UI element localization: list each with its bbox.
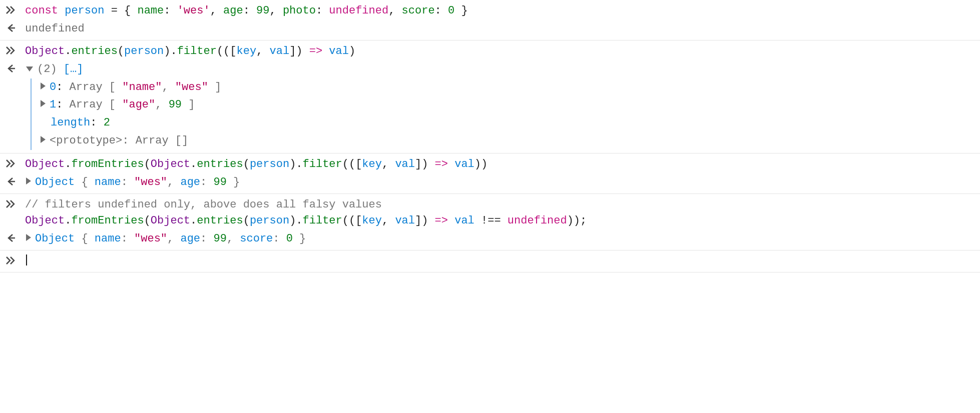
code-token: key: [362, 158, 382, 170]
code-token: 99: [256, 4, 269, 17]
code-token: (: [144, 214, 151, 227]
code-token: key: [362, 214, 382, 227]
code-token: entries: [71, 45, 117, 58]
code-token: [: [355, 214, 362, 227]
code-token: ): [349, 45, 355, 58]
code-token: ((: [342, 158, 355, 170]
code-token: = {: [104, 4, 137, 17]
code-token: val: [454, 214, 474, 227]
code-token: fromEntries: [71, 158, 144, 170]
code-token: ,: [167, 176, 180, 188]
output-arrow-icon: [5, 231, 18, 244]
code-token: .: [65, 214, 71, 227]
chevron-right-icon[interactable]: [41, 136, 46, 143]
code-token: }: [293, 232, 306, 245]
code-token: "wes": [134, 232, 167, 245]
text-cursor-icon: [26, 254, 27, 266]
chevron-right-icon[interactable]: [26, 178, 31, 184]
chevron-right-icon[interactable]: [41, 100, 46, 107]
code-token: undefined: [25, 22, 85, 35]
code-token: 0: [448, 4, 454, 17]
code-token: Object: [151, 158, 190, 170]
object-tree: 0: Array [ "name", "wes" ]1: Array [ "ag…: [31, 78, 975, 150]
code-token: person: [65, 4, 104, 17]
chevron-right-icon[interactable]: [41, 82, 46, 90]
code-token: (: [243, 214, 250, 227]
tree-row[interactable]: <prototype>: Array []: [40, 132, 975, 150]
code-token: age: [180, 232, 200, 245]
code-token: :: [273, 232, 286, 245]
chevron-right-icon[interactable]: [26, 234, 31, 241]
code-token: Object: [25, 158, 65, 170]
code-token: ,: [162, 81, 175, 94]
code-token: Object: [35, 232, 81, 245]
code-token: person: [250, 158, 289, 170]
console-output-value: Object { name: "wes", age: 99 }: [25, 174, 975, 190]
code-token: val: [270, 45, 290, 58]
console-prompt: [5, 252, 975, 270]
input-prompt-icon: [5, 254, 18, 266]
code-token: ,: [155, 98, 168, 111]
code-token: 99: [213, 176, 226, 188]
code-token: score: [240, 232, 273, 245]
console-block: Object.fromEntries(Object.entries(person…: [0, 154, 980, 194]
code-token: ): [421, 214, 434, 227]
code-token: ,: [256, 45, 269, 58]
code-token: =>: [435, 158, 448, 170]
code-token: {: [81, 232, 94, 245]
code-token: .: [65, 158, 71, 170]
code-token: fromEntries: [71, 214, 144, 227]
code-token: 99: [213, 232, 226, 245]
code-token: "wes": [175, 81, 208, 94]
code-token: :: [243, 4, 256, 17]
tree-row[interactable]: 0: Array [ "name", "wes" ]: [40, 78, 975, 96]
code-token: entries: [197, 214, 243, 227]
code-token: Array [: [70, 81, 123, 94]
code-token: =>: [435, 214, 448, 227]
code-token: :: [56, 81, 69, 94]
code-token: :: [200, 176, 213, 188]
code-token: "age": [122, 98, 155, 111]
code-token: :: [164, 4, 177, 17]
console-block: const person = { name: 'wes', age: 99, p…: [0, 0, 980, 40]
code-token: 0: [286, 232, 293, 245]
code-token: val: [395, 158, 415, 170]
code-token: age: [223, 4, 243, 17]
code-token: ).: [289, 158, 302, 170]
code-token: :: [56, 98, 69, 111]
output-arrow-icon: [5, 62, 18, 74]
array-preview-link[interactable]: […]: [64, 63, 84, 76]
code-token: ): [421, 158, 434, 170]
code-token: 1: [50, 98, 56, 111]
code-token: const: [25, 4, 65, 17]
code-token: val: [454, 158, 474, 170]
output-arrow-icon: [5, 174, 18, 187]
console-input-code[interactable]: [25, 254, 975, 270]
code-token: :: [316, 4, 329, 17]
code-token: ,: [167, 232, 180, 245]
tree-row[interactable]: 1: Array [ "age", 99 ]: [40, 96, 975, 114]
code-token: ,: [388, 4, 401, 17]
code-token: person: [250, 214, 289, 227]
code-token: 'wes': [177, 4, 210, 17]
console-input-row: Object.entries(person).filter(([key, val…: [5, 42, 975, 60]
code-token: // filters undefined only, above does al…: [25, 198, 382, 211]
array-summary[interactable]: (2) […]: [25, 62, 975, 78]
code-token: ,: [210, 4, 223, 17]
input-prompt-icon: [5, 3, 18, 16]
console-output-value: Object { name: "wes", age: 99, score: 0 …: [25, 231, 975, 247]
code-token: !==: [474, 214, 508, 227]
code-token: :: [121, 176, 134, 188]
code-token: undefined: [508, 214, 567, 227]
code-token: }: [454, 4, 467, 17]
console-input-code: // filters undefined only, above does al…: [25, 197, 975, 229]
code-token: person: [124, 45, 164, 58]
console-output-value: (2) […]0: Array [ "name", "wes" ]1: Arra…: [25, 62, 975, 150]
code-token: )): [474, 158, 487, 170]
console-output-row: Object { name: "wes", age: 99 }: [5, 174, 975, 192]
code-token: val: [395, 214, 415, 227]
code-token: }: [227, 176, 240, 188]
code-token: (: [118, 45, 124, 58]
code-token: name: [95, 232, 121, 245]
chevron-down-icon[interactable]: [26, 66, 33, 72]
